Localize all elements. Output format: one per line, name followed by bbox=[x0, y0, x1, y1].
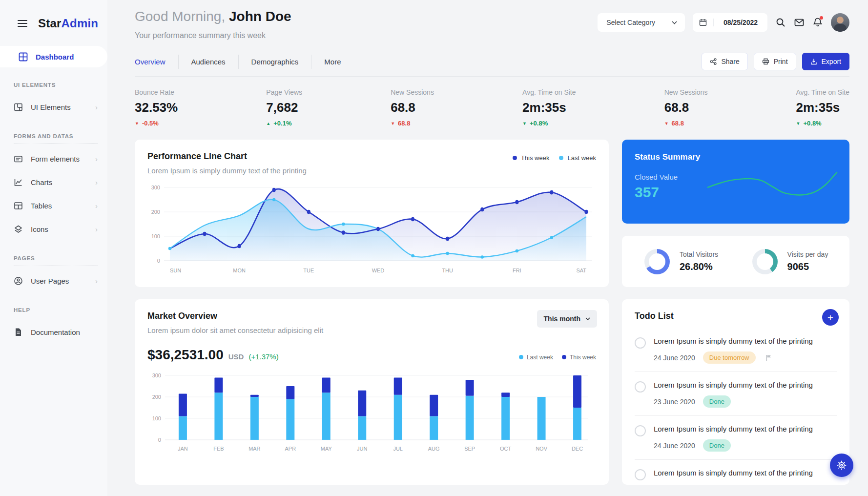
sidebar-item-documentation[interactable]: Documentation bbox=[14, 320, 98, 344]
chevron-right-icon: › bbox=[95, 178, 98, 186]
svg-text:300: 300 bbox=[152, 372, 161, 378]
date-value: 08/25/2022 bbox=[714, 19, 767, 26]
sidebar-item-dashboard[interactable]: Dashboard bbox=[0, 46, 107, 67]
card-subtitle: Lorem ipsum dolor sit amet consectetur a… bbox=[147, 326, 596, 334]
flag-icon[interactable] bbox=[765, 354, 772, 361]
form-icon bbox=[14, 154, 23, 164]
share-button[interactable]: Share bbox=[702, 53, 747, 70]
caret-icon: ▼ bbox=[135, 121, 139, 126]
todo-checkbox[interactable] bbox=[635, 381, 646, 393]
settings-fab[interactable] bbox=[830, 454, 853, 477]
svg-text:0: 0 bbox=[157, 258, 160, 264]
todo-checkbox[interactable] bbox=[635, 469, 646, 480]
status-summary-card: Status Summary Closed Value 357 bbox=[622, 140, 849, 224]
user-name: John Doe bbox=[229, 9, 291, 24]
svg-text:300: 300 bbox=[151, 185, 160, 190]
market-change: (+1.37%) bbox=[248, 352, 278, 361]
stat-avg-time: Avg. Time on Site2m:35s ▼+0.8% bbox=[522, 88, 576, 127]
menu-toggle-icon[interactable] bbox=[18, 20, 27, 27]
stat-avg-time-2: Avg. Time on Site2m:35s ▼+0.8% bbox=[796, 88, 849, 127]
visits-per-day-block: Visits per day9065 bbox=[736, 249, 845, 274]
todo-checkbox[interactable] bbox=[635, 425, 646, 436]
visits-per-day-donut bbox=[752, 249, 778, 274]
chart-icon bbox=[14, 178, 23, 187]
svg-text:MAR: MAR bbox=[248, 446, 260, 452]
sidebar-section-title: UI ELEMENTS bbox=[14, 82, 98, 92]
sidebar-section-title: HELP bbox=[14, 307, 98, 317]
svg-text:FRI: FRI bbox=[513, 268, 521, 273]
svg-text:WED: WED bbox=[372, 268, 385, 273]
export-button[interactable]: Export bbox=[802, 53, 849, 70]
sidebar-item-user-pages[interactable]: User Pages › bbox=[14, 269, 98, 292]
main-content: Good Morning, John Doe Your performance … bbox=[107, 0, 868, 496]
chevron-down-icon bbox=[585, 317, 590, 320]
svg-text:DEC: DEC bbox=[572, 446, 583, 452]
svg-text:APR: APR bbox=[285, 446, 296, 452]
bell-icon[interactable] bbox=[812, 17, 823, 28]
print-button[interactable]: Print bbox=[754, 53, 796, 70]
chart-legend: Last week This week bbox=[519, 354, 596, 361]
todo-checkbox[interactable] bbox=[635, 337, 646, 349]
total-visitors-block: Total Visitors26.80% bbox=[627, 249, 736, 274]
table-icon bbox=[14, 201, 23, 210]
chevron-right-icon: › bbox=[95, 225, 98, 233]
svg-text:SUN: SUN bbox=[170, 268, 181, 273]
status-badge: Due tomorrow bbox=[703, 351, 756, 364]
brand-logo[interactable]: StarAdmin bbox=[38, 17, 98, 30]
mail-icon[interactable] bbox=[794, 17, 805, 28]
sidebar-item-charts[interactable]: Charts › bbox=[14, 170, 98, 194]
todo-date: 24 June 2020 bbox=[654, 442, 695, 450]
print-icon bbox=[762, 58, 769, 65]
sidebar-section-title: PAGES bbox=[14, 255, 98, 266]
svg-text:200: 200 bbox=[152, 394, 161, 400]
page-subtitle: Your performance summary this week bbox=[135, 31, 291, 40]
card-title: Todo List bbox=[635, 299, 837, 321]
calendar-icon bbox=[693, 19, 714, 26]
tab-overview[interactable]: Overview bbox=[135, 55, 179, 69]
caret-icon: ▼ bbox=[796, 121, 801, 126]
document-icon bbox=[14, 328, 23, 337]
legend-dot-last-week bbox=[519, 355, 523, 359]
add-todo-button[interactable]: + bbox=[822, 309, 839, 326]
layout-icon bbox=[14, 103, 23, 112]
date-picker[interactable]: 08/25/2022 bbox=[693, 13, 767, 32]
sidebar-item-ui-elements[interactable]: UI Elements › bbox=[14, 95, 98, 119]
layers-icon bbox=[14, 225, 23, 234]
gear-icon bbox=[837, 460, 847, 470]
stats-row: Bounce Rate32.53% ▼-0.5% Page Views7,682… bbox=[135, 88, 849, 127]
page-title: Good Morning, John Doe bbox=[135, 9, 291, 24]
download-icon bbox=[810, 58, 817, 65]
chevron-down-icon bbox=[672, 21, 677, 24]
legend-dot-this-week bbox=[562, 355, 566, 359]
caret-icon: ▼ bbox=[664, 121, 669, 126]
svg-text:OCT: OCT bbox=[500, 446, 511, 452]
user-avatar[interactable] bbox=[831, 13, 849, 32]
search-icon[interactable] bbox=[775, 17, 786, 28]
tab-audiences[interactable]: Audiences bbox=[179, 55, 239, 69]
todo-item: Lorem Ipsum is simply dummy text of the … bbox=[635, 372, 837, 416]
sidebar-item-icons[interactable]: Icons › bbox=[14, 217, 98, 241]
status-badge: Done bbox=[703, 439, 731, 452]
sidebar-item-form-elements[interactable]: Form elements › bbox=[14, 147, 98, 170]
sidebar-item-tables[interactable]: Tables › bbox=[14, 194, 98, 217]
todo-item: Lorem Ipsum is simply dummy text of the … bbox=[635, 416, 837, 460]
category-select[interactable]: Select Category bbox=[598, 13, 685, 32]
tab-demographics[interactable]: Demographics bbox=[239, 55, 312, 69]
dashboard-page: StarAdmin Dashboard UI ELEMENTS UI Eleme… bbox=[0, 0, 868, 496]
tab-more[interactable]: More bbox=[311, 55, 353, 69]
status-sparkline bbox=[704, 159, 841, 206]
tab-bar: Overview Audiences Demographics More Sha… bbox=[135, 53, 849, 77]
dashboard-grid-icon bbox=[19, 52, 28, 62]
caret-icon: ▼ bbox=[391, 121, 395, 126]
market-currency: USD bbox=[228, 352, 244, 361]
todo-date: 23 June 2020 bbox=[654, 398, 695, 406]
visitors-card: Total Visitors26.80% Visits per day9065 bbox=[622, 236, 849, 287]
svg-text:FEB: FEB bbox=[213, 446, 224, 452]
period-select[interactable]: This month bbox=[537, 310, 597, 328]
market-amount: $36,2531.00 bbox=[147, 347, 224, 363]
share-icon bbox=[710, 58, 717, 65]
total-visitors-donut bbox=[644, 249, 670, 274]
user-icon bbox=[14, 276, 23, 286]
stat-new-sessions-2: New Sessions68.8 ▼68.8 bbox=[664, 88, 708, 127]
svg-text:JUL: JUL bbox=[393, 446, 403, 452]
